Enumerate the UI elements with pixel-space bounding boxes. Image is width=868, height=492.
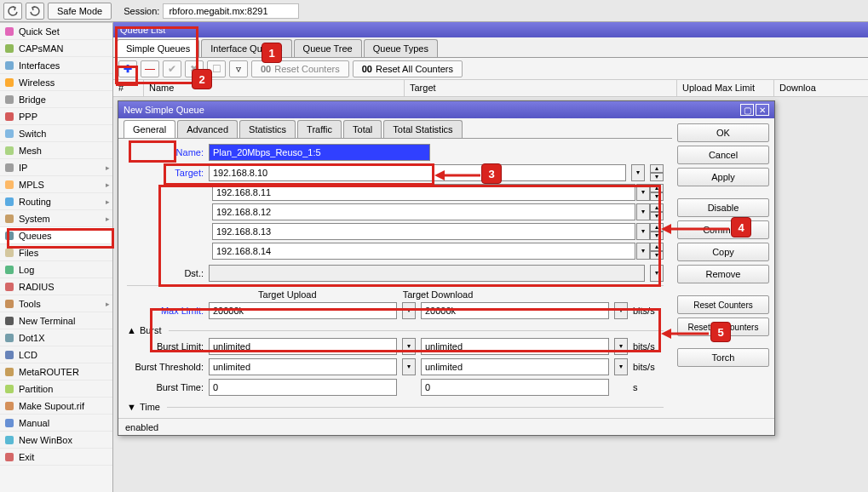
target-combo-4[interactable]: ▾ [636, 243, 650, 260]
svg-rect-22 [5, 402, 14, 410]
sidebar-item-queues[interactable]: Queues [0, 227, 112, 244]
tab-queue-types[interactable]: Queue Types [364, 39, 438, 57]
dlg-tab-advanced[interactable]: Advanced [177, 120, 238, 138]
sidebar-item-manual[interactable]: Manual [0, 415, 112, 432]
sidebar-item-radius[interactable]: RADIUS [0, 278, 112, 295]
target-input-1[interactable] [212, 184, 635, 201]
sidebar-item-tools[interactable]: Tools▸ [0, 295, 112, 312]
disable-button[interactable]: Disable [677, 198, 769, 217]
redo-button[interactable] [26, 3, 44, 20]
target-up-1[interactable]: ▴ [650, 184, 664, 192]
target-input-3[interactable] [212, 223, 635, 240]
dialog-minimize-icon[interactable]: ▢ [740, 104, 754, 116]
ok-button[interactable]: OK [677, 123, 769, 142]
svg-rect-9 [5, 180, 14, 189]
dlg-tab-general[interactable]: General [124, 120, 175, 138]
dialog-titlebar[interactable]: New Simple Queue ▢ ✕ [118, 101, 774, 118]
sidebar-item-switch[interactable]: Switch [0, 125, 112, 142]
target-combo-1[interactable]: ▾ [636, 184, 650, 201]
sidebar-item-make-supout-rif[interactable]: Make Supout.rif [0, 398, 112, 415]
enable-button[interactable]: ✔ [163, 60, 181, 77]
dlg-tab-total[interactable]: Total [343, 120, 382, 138]
safe-mode-button[interactable]: Safe Mode [48, 3, 112, 20]
sidebar-item-files[interactable]: Files [0, 244, 112, 261]
sidebar-item-system[interactable]: System▸ [0, 210, 112, 227]
undo-button[interactable] [3, 3, 22, 20]
reset-counters-dlg-button[interactable]: Reset Counters [677, 295, 769, 314]
target-down-4[interactable]: ▾ [650, 251, 664, 260]
sidebar-item-new-terminal[interactable]: New Terminal [0, 312, 112, 329]
dlg-tab-total-statistics[interactable]: Total Statistics [383, 120, 462, 138]
burst-thr-up-input[interactable] [209, 358, 397, 375]
dlg-tab-statistics[interactable]: Statistics [239, 120, 296, 138]
burst-limit-up-combo[interactable]: ▾ [402, 338, 416, 355]
target-input-4[interactable] [212, 243, 635, 260]
remove-button[interactable]: — [141, 60, 159, 77]
burst-thr-down-combo[interactable]: ▾ [614, 358, 628, 375]
burst-thr-up-combo[interactable]: ▾ [402, 358, 416, 375]
cancel-button[interactable]: Cancel [677, 146, 769, 164]
target-down-1[interactable]: ▾ [650, 192, 664, 201]
target-combo-0[interactable]: ▾ [631, 164, 645, 181]
sidebar-item-bridge[interactable]: Bridge [0, 91, 112, 108]
remove-dlg-button[interactable]: Remove [677, 265, 769, 283]
tab-simple-queues[interactable]: Simple Queues [117, 39, 199, 57]
max-limit-up-input[interactable] [209, 302, 397, 319]
sidebar-item-log[interactable]: Log [0, 261, 112, 278]
col-download[interactable]: Downloa [774, 80, 868, 96]
dst-expand[interactable]: ▾ [650, 265, 664, 282]
sidebar-item-routing[interactable]: Routing▸ [0, 193, 112, 210]
target-up-2[interactable]: ▴ [650, 203, 664, 212]
col-num[interactable]: # [113, 80, 144, 96]
max-limit-up-combo[interactable]: ▾ [402, 302, 416, 319]
max-limit-label: Max Limit: [127, 306, 204, 316]
col-target[interactable]: Target [405, 80, 677, 96]
sidebar-item-lcd[interactable]: LCD [0, 346, 112, 363]
filter-button[interactable]: ▿ [229, 60, 248, 77]
target-input-2[interactable] [212, 203, 635, 220]
burst-time-up-input[interactable] [209, 379, 397, 396]
sidebar-item-exit[interactable]: Exit [0, 449, 112, 466]
copy-button[interactable]: Copy [677, 243, 769, 261]
sidebar-item-mpls[interactable]: MPLS▸ [0, 176, 112, 193]
target-input-0[interactable] [209, 164, 626, 181]
dialog-close-icon[interactable]: ✕ [756, 104, 769, 116]
name-input[interactable] [209, 144, 430, 161]
col-name[interactable]: Name [144, 80, 405, 96]
max-limit-down-combo[interactable]: ▾ [614, 302, 628, 319]
target-combo-3[interactable]: ▾ [636, 223, 650, 240]
max-limit-down-input[interactable] [421, 302, 609, 319]
reset-all-counters-button[interactable]: 00Reset All Counters [353, 60, 463, 77]
apply-button[interactable]: Apply [677, 168, 769, 186]
sidebar-item-mesh[interactable]: Mesh [0, 142, 112, 159]
burst-limit-down-input[interactable] [421, 338, 609, 355]
burst-thr-down-input[interactable] [421, 358, 609, 375]
col-upload[interactable]: Upload Max Limit [677, 80, 774, 96]
sidebar-item-ip[interactable]: IP▸ [0, 159, 112, 176]
add-button[interactable]: ✚ [118, 60, 137, 77]
dst-input[interactable] [209, 265, 645, 282]
sidebar-item-metarouter[interactable]: MetaROUTER [0, 363, 112, 380]
sidebar-item-capsman[interactable]: CAPsMAN [0, 40, 112, 57]
dlg-tab-traffic[interactable]: Traffic [297, 120, 342, 138]
sidebar-item-ppp[interactable]: PPP [0, 108, 112, 125]
sidebar-item-quick-set[interactable]: Quick Set [0, 23, 112, 40]
sidebar-item-partition[interactable]: Partition [0, 380, 112, 398]
time-expand-icon[interactable]: ▼ [127, 402, 136, 412]
sidebar-item-wireless[interactable]: Wireless [0, 74, 112, 91]
sidebar-item-dot1x[interactable]: Dot1X [0, 329, 112, 346]
sidebar-item-new-winbox[interactable]: New WinBox [0, 432, 112, 449]
target-combo-2[interactable]: ▾ [636, 203, 650, 220]
target-up-0[interactable]: ▴ [650, 164, 664, 173]
torch-button[interactable]: Torch [677, 348, 769, 367]
target-up-4[interactable]: ▴ [650, 243, 664, 251]
burst-collapse-icon[interactable]: ▲ [127, 325, 136, 335]
burst-limit-up-input[interactable] [209, 338, 397, 355]
target-down-2[interactable]: ▾ [650, 212, 664, 220]
burst-time-down-input[interactable] [421, 379, 609, 396]
queue-tabs: Simple QueuesInterface QueuesQueue TreeQ… [113, 37, 868, 58]
target-down-0[interactable]: ▾ [650, 173, 664, 181]
tab-queue-tree[interactable]: Queue Tree [294, 39, 362, 57]
burst-limit-down-combo[interactable]: ▾ [614, 338, 628, 355]
sidebar-item-interfaces[interactable]: Interfaces [0, 57, 112, 74]
